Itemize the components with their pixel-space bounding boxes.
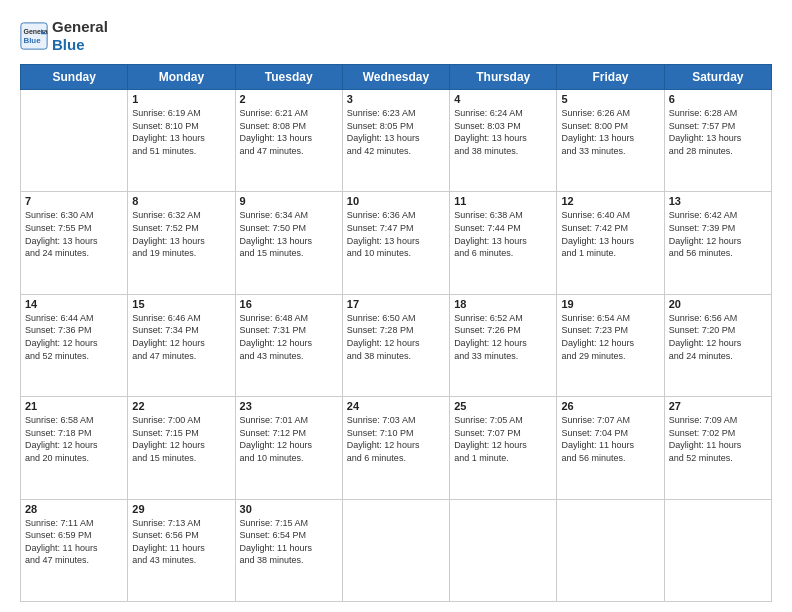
cell-daylight-info: Sunrise: 7:05 AM Sunset: 7:07 PM Dayligh… [454, 414, 552, 464]
cell-daylight-info: Sunrise: 6:58 AM Sunset: 7:18 PM Dayligh… [25, 414, 123, 464]
calendar-cell: 19Sunrise: 6:54 AM Sunset: 7:23 PM Dayli… [557, 294, 664, 396]
cell-daylight-info: Sunrise: 6:32 AM Sunset: 7:52 PM Dayligh… [132, 209, 230, 259]
day-number: 23 [240, 400, 338, 412]
cell-daylight-info: Sunrise: 6:21 AM Sunset: 8:08 PM Dayligh… [240, 107, 338, 157]
col-sunday: Sunday [21, 65, 128, 90]
day-number: 12 [561, 195, 659, 207]
calendar-cell: 2Sunrise: 6:21 AM Sunset: 8:08 PM Daylig… [235, 90, 342, 192]
cell-daylight-info: Sunrise: 6:38 AM Sunset: 7:44 PM Dayligh… [454, 209, 552, 259]
cell-daylight-info: Sunrise: 7:01 AM Sunset: 7:12 PM Dayligh… [240, 414, 338, 464]
day-number: 7 [25, 195, 123, 207]
calendar-cell: 17Sunrise: 6:50 AM Sunset: 7:28 PM Dayli… [342, 294, 449, 396]
calendar-cell [557, 499, 664, 601]
cell-daylight-info: Sunrise: 7:13 AM Sunset: 6:56 PM Dayligh… [132, 517, 230, 567]
cell-daylight-info: Sunrise: 6:50 AM Sunset: 7:28 PM Dayligh… [347, 312, 445, 362]
calendar-cell [342, 499, 449, 601]
day-number: 2 [240, 93, 338, 105]
day-number: 13 [669, 195, 767, 207]
col-saturday: Saturday [664, 65, 771, 90]
cell-daylight-info: Sunrise: 6:19 AM Sunset: 8:10 PM Dayligh… [132, 107, 230, 157]
cell-daylight-info: Sunrise: 6:42 AM Sunset: 7:39 PM Dayligh… [669, 209, 767, 259]
calendar-cell: 21Sunrise: 6:58 AM Sunset: 7:18 PM Dayli… [21, 397, 128, 499]
calendar-cell: 30Sunrise: 7:15 AM Sunset: 6:54 PM Dayli… [235, 499, 342, 601]
day-number: 19 [561, 298, 659, 310]
cell-daylight-info: Sunrise: 6:54 AM Sunset: 7:23 PM Dayligh… [561, 312, 659, 362]
calendar-cell: 16Sunrise: 6:48 AM Sunset: 7:31 PM Dayli… [235, 294, 342, 396]
calendar-cell: 9Sunrise: 6:34 AM Sunset: 7:50 PM Daylig… [235, 192, 342, 294]
cell-daylight-info: Sunrise: 7:11 AM Sunset: 6:59 PM Dayligh… [25, 517, 123, 567]
col-monday: Monday [128, 65, 235, 90]
cell-daylight-info: Sunrise: 6:46 AM Sunset: 7:34 PM Dayligh… [132, 312, 230, 362]
col-friday: Friday [557, 65, 664, 90]
calendar-cell: 11Sunrise: 6:38 AM Sunset: 7:44 PM Dayli… [450, 192, 557, 294]
cell-daylight-info: Sunrise: 6:34 AM Sunset: 7:50 PM Dayligh… [240, 209, 338, 259]
calendar-cell: 22Sunrise: 7:00 AM Sunset: 7:15 PM Dayli… [128, 397, 235, 499]
calendar-cell: 12Sunrise: 6:40 AM Sunset: 7:42 PM Dayli… [557, 192, 664, 294]
logo: General Blue General Blue [20, 18, 108, 54]
day-number: 14 [25, 298, 123, 310]
cell-daylight-info: Sunrise: 7:07 AM Sunset: 7:04 PM Dayligh… [561, 414, 659, 464]
day-number: 5 [561, 93, 659, 105]
cell-daylight-info: Sunrise: 6:26 AM Sunset: 8:00 PM Dayligh… [561, 107, 659, 157]
day-number: 11 [454, 195, 552, 207]
day-number: 6 [669, 93, 767, 105]
day-number: 30 [240, 503, 338, 515]
calendar-cell: 14Sunrise: 6:44 AM Sunset: 7:36 PM Dayli… [21, 294, 128, 396]
calendar-cell: 6Sunrise: 6:28 AM Sunset: 7:57 PM Daylig… [664, 90, 771, 192]
page: General Blue General Blue Sunday Monday … [0, 0, 792, 612]
calendar-cell: 13Sunrise: 6:42 AM Sunset: 7:39 PM Dayli… [664, 192, 771, 294]
calendar-cell: 23Sunrise: 7:01 AM Sunset: 7:12 PM Dayli… [235, 397, 342, 499]
calendar-cell: 8Sunrise: 6:32 AM Sunset: 7:52 PM Daylig… [128, 192, 235, 294]
day-number: 1 [132, 93, 230, 105]
col-wednesday: Wednesday [342, 65, 449, 90]
col-tuesday: Tuesday [235, 65, 342, 90]
logo-blue: Blue [52, 36, 85, 53]
day-number: 17 [347, 298, 445, 310]
calendar-cell [450, 499, 557, 601]
cell-daylight-info: Sunrise: 6:44 AM Sunset: 7:36 PM Dayligh… [25, 312, 123, 362]
cell-daylight-info: Sunrise: 7:09 AM Sunset: 7:02 PM Dayligh… [669, 414, 767, 464]
cell-daylight-info: Sunrise: 6:56 AM Sunset: 7:20 PM Dayligh… [669, 312, 767, 362]
day-number: 9 [240, 195, 338, 207]
calendar-cell: 26Sunrise: 7:07 AM Sunset: 7:04 PM Dayli… [557, 397, 664, 499]
day-number: 24 [347, 400, 445, 412]
cell-daylight-info: Sunrise: 7:15 AM Sunset: 6:54 PM Dayligh… [240, 517, 338, 567]
day-number: 26 [561, 400, 659, 412]
day-number: 8 [132, 195, 230, 207]
day-number: 4 [454, 93, 552, 105]
calendar-cell: 20Sunrise: 6:56 AM Sunset: 7:20 PM Dayli… [664, 294, 771, 396]
day-number: 25 [454, 400, 552, 412]
logo-general: General [52, 18, 108, 35]
header: General Blue General Blue [20, 18, 772, 54]
calendar-cell: 10Sunrise: 6:36 AM Sunset: 7:47 PM Dayli… [342, 192, 449, 294]
calendar-cell: 27Sunrise: 7:09 AM Sunset: 7:02 PM Dayli… [664, 397, 771, 499]
cell-daylight-info: Sunrise: 7:03 AM Sunset: 7:10 PM Dayligh… [347, 414, 445, 464]
day-number: 16 [240, 298, 338, 310]
calendar-cell [664, 499, 771, 601]
calendar-cell: 3Sunrise: 6:23 AM Sunset: 8:05 PM Daylig… [342, 90, 449, 192]
cell-daylight-info: Sunrise: 6:36 AM Sunset: 7:47 PM Dayligh… [347, 209, 445, 259]
day-number: 15 [132, 298, 230, 310]
day-number: 28 [25, 503, 123, 515]
cell-daylight-info: Sunrise: 6:40 AM Sunset: 7:42 PM Dayligh… [561, 209, 659, 259]
cell-daylight-info: Sunrise: 6:24 AM Sunset: 8:03 PM Dayligh… [454, 107, 552, 157]
svg-text:Blue: Blue [24, 36, 42, 45]
calendar-cell [21, 90, 128, 192]
cell-daylight-info: Sunrise: 6:23 AM Sunset: 8:05 PM Dayligh… [347, 107, 445, 157]
calendar-cell: 7Sunrise: 6:30 AM Sunset: 7:55 PM Daylig… [21, 192, 128, 294]
cell-daylight-info: Sunrise: 6:52 AM Sunset: 7:26 PM Dayligh… [454, 312, 552, 362]
day-number: 20 [669, 298, 767, 310]
calendar-cell: 25Sunrise: 7:05 AM Sunset: 7:07 PM Dayli… [450, 397, 557, 499]
calendar-cell: 4Sunrise: 6:24 AM Sunset: 8:03 PM Daylig… [450, 90, 557, 192]
cell-daylight-info: Sunrise: 7:00 AM Sunset: 7:15 PM Dayligh… [132, 414, 230, 464]
logo-text-block: General Blue [52, 18, 108, 54]
cell-daylight-info: Sunrise: 6:30 AM Sunset: 7:55 PM Dayligh… [25, 209, 123, 259]
day-number: 27 [669, 400, 767, 412]
day-number: 10 [347, 195, 445, 207]
col-thursday: Thursday [450, 65, 557, 90]
calendar-cell: 5Sunrise: 6:26 AM Sunset: 8:00 PM Daylig… [557, 90, 664, 192]
day-number: 3 [347, 93, 445, 105]
calendar-cell: 15Sunrise: 6:46 AM Sunset: 7:34 PM Dayli… [128, 294, 235, 396]
calendar-header-row: Sunday Monday Tuesday Wednesday Thursday… [21, 65, 772, 90]
day-number: 29 [132, 503, 230, 515]
